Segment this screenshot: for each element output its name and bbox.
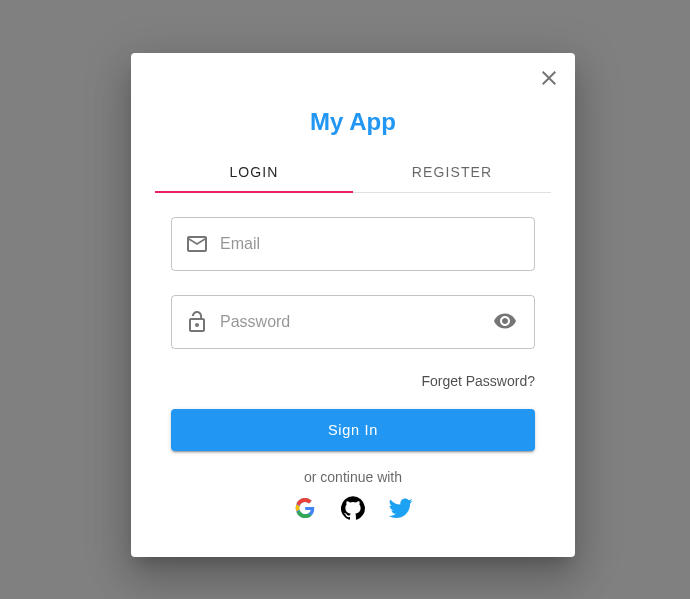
github-login-button[interactable] <box>341 497 365 521</box>
close-button[interactable] <box>529 59 569 99</box>
password-field-wrap <box>171 295 535 349</box>
tab-register-label: REGISTER <box>412 164 493 180</box>
password-field[interactable] <box>171 295 535 349</box>
email-field-wrap <box>171 217 535 271</box>
google-login-button[interactable] <box>293 497 317 521</box>
app-title: My App <box>131 53 575 152</box>
email-field[interactable] <box>171 217 535 271</box>
signin-button-label: Sign In <box>328 422 378 438</box>
login-dialog: My App LOGIN REGISTER <box>131 53 575 557</box>
forgot-password-link[interactable]: Forget Password? <box>171 373 535 409</box>
tab-login-label: LOGIN <box>229 164 278 180</box>
twitter-login-button[interactable] <box>389 497 413 521</box>
tab-register[interactable]: REGISTER <box>353 152 551 192</box>
google-icon <box>293 496 317 523</box>
github-icon <box>341 496 365 523</box>
toggle-password-visibility-button[interactable] <box>485 302 525 342</box>
lock-icon <box>185 310 209 334</box>
signin-button[interactable]: Sign In <box>171 409 535 451</box>
email-icon <box>185 232 209 256</box>
social-login-row <box>171 497 535 521</box>
eye-icon <box>493 309 517 336</box>
twitter-icon <box>389 496 413 523</box>
tab-login[interactable]: LOGIN <box>155 152 353 192</box>
close-icon <box>537 66 561 93</box>
login-form: Forget Password? Sign In or continue wit… <box>131 193 575 521</box>
auth-tabs: LOGIN REGISTER <box>155 152 551 193</box>
forgot-password-label: Forget Password? <box>421 373 535 389</box>
social-divider-text: or continue with <box>171 469 535 485</box>
